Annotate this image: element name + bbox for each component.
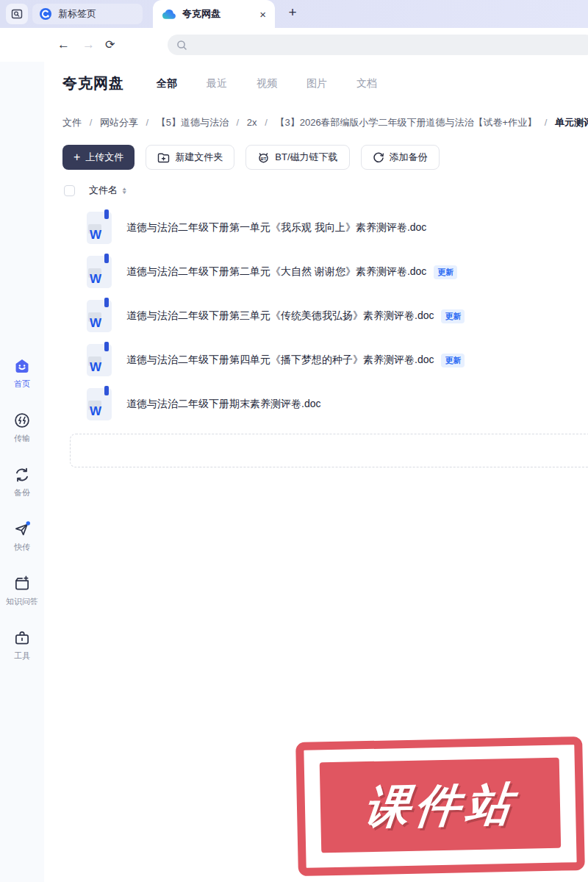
search-icon: [176, 40, 187, 51]
bt-magnet-icon: BT: [257, 151, 270, 163]
sort-toggle[interactable]: ▲ ▼: [122, 187, 126, 194]
sidebar-item-label: 首页: [0, 379, 44, 390]
breadcrumb: 文件 / 网站分享 / 【5】道德与法治 / 2x / 【3】2026春部编版小…: [62, 116, 588, 129]
update-badge: 更新: [441, 309, 465, 323]
breadcrumb-item[interactable]: 【5】道德与法治: [157, 117, 229, 128]
tab-all[interactable]: 全部: [157, 77, 177, 90]
sidebar-item-transfer[interactable]: 传输: [0, 411, 44, 444]
word-doc-icon: W: [87, 344, 112, 376]
update-badge: 更新: [441, 354, 465, 368]
file-list-header: 文件名 ▲ ▼: [64, 184, 126, 197]
breadcrumb-item-current: 单元测评卷: [555, 117, 588, 128]
sidebar-item-label: 备份: [0, 487, 44, 498]
breadcrumb-separator: /: [90, 117, 93, 128]
breadcrumb-item[interactable]: 网站分享: [100, 117, 138, 128]
sidebar-item-label: 快传: [0, 542, 44, 553]
svg-text:BT: BT: [261, 157, 267, 161]
new-folder-button[interactable]: 新建文件夹: [146, 145, 234, 170]
action-bar: + 上传文件 新建文件夹 BT BT/磁力链下载 添加备份: [62, 145, 440, 170]
new-folder-label: 新建文件夹: [175, 151, 223, 164]
browser-toolbar: ← → ⟳: [0, 28, 588, 62]
breadcrumb-separator: /: [265, 117, 268, 128]
backup-sync-icon: [0, 465, 44, 484]
add-backup-button[interactable]: 添加备份: [361, 145, 440, 170]
tab-documents[interactable]: 文档: [356, 77, 377, 90]
word-doc-icon: W: [87, 256, 112, 288]
select-all-checkbox[interactable]: [64, 185, 75, 196]
paper-plane-icon: [0, 520, 44, 539]
refresh-icon[interactable]: ⟳: [105, 36, 115, 54]
file-row[interactable]: W 道德与法治二年级下册第四单元《播下梦想的种子》素养测评卷.doc 更新: [62, 338, 588, 382]
tab-label: 新标签页: [58, 7, 96, 21]
tab-videos[interactable]: 视频: [257, 77, 277, 90]
bt-magnet-download-button[interactable]: BT BT/磁力链下载: [245, 145, 349, 170]
plus-icon: +: [74, 151, 80, 164]
upload-file-label: 上传文件: [85, 151, 123, 164]
update-badge: 更新: [434, 265, 457, 279]
file-row[interactable]: W 道德与法治二年级下册期末素养测评卷.doc: [62, 382, 588, 426]
bt-download-label: BT/磁力链下载: [275, 151, 337, 164]
new-tab-button[interactable]: +: [284, 4, 301, 21]
tab-recent[interactable]: 最近: [207, 77, 227, 90]
sidebar-item-label: 传输: [0, 433, 44, 444]
breadcrumb-separator: /: [545, 117, 548, 128]
app-brand-title: 夸克网盘: [62, 74, 124, 93]
word-doc-icon: W: [87, 300, 112, 332]
filename-column-header: 文件名: [89, 184, 118, 197]
upload-file-button[interactable]: + 上传文件: [62, 145, 135, 170]
sidebar-item-home[interactable]: 首页: [0, 356, 44, 390]
app-sidebar: 首页 传输 备份 快传 知识问答 工具: [0, 62, 44, 882]
folder-add-icon: [0, 574, 44, 593]
file-row[interactable]: W 道德与法治二年级下册第三单元《传统美德我弘扬》素养测评卷.doc 更新: [62, 294, 588, 338]
browser-tab-quark-drive[interactable]: 夸克网盘 ×: [153, 0, 275, 28]
forward-icon: →: [82, 36, 95, 54]
main-content: 夸克网盘 全部 最近 视频 图片 文档 文件 / 网站分享 / 【5】道德与法治…: [44, 62, 588, 882]
file-list: W 道德与法治二年级下册第一单元《我乐观 我向上》素养测评卷.doc W 道德与…: [62, 206, 588, 426]
backup-circle-icon: [373, 151, 384, 163]
folder-plus-icon: [157, 152, 170, 163]
back-icon[interactable]: ←: [57, 36, 70, 54]
breadcrumb-item[interactable]: 文件: [62, 117, 82, 128]
sort-desc-icon: ▼: [121, 190, 127, 194]
breadcrumb-separator: /: [146, 117, 149, 128]
word-doc-icon: W: [87, 388, 112, 420]
quark-browser-logo-icon: [40, 8, 51, 20]
breadcrumb-separator: /: [237, 117, 240, 128]
breadcrumb-item[interactable]: 2x: [247, 117, 257, 128]
word-doc-icon: W: [87, 212, 112, 244]
toolbox-icon: [0, 628, 44, 648]
file-name[interactable]: 道德与法治二年级下册期末素养测评卷.doc: [126, 398, 320, 411]
file-name[interactable]: 道德与法治二年级下册第二单元《大自然 谢谢您》素养测评卷.doc: [126, 265, 426, 279]
transfer-icon: [0, 411, 44, 430]
window-search-icon: [11, 8, 23, 20]
browser-tab-newtab[interactable]: 新标签页: [32, 4, 143, 24]
breadcrumb-item[interactable]: 【3】2026春部编版小学二年级下册道德与法治【试卷+作业】: [275, 117, 537, 128]
file-name[interactable]: 道德与法治二年级下册第一单元《我乐观 我向上》素养测评卷.doc: [126, 221, 426, 234]
sidebar-item-quick-send[interactable]: 快传: [0, 520, 44, 553]
address-search-bar[interactable]: [168, 35, 588, 55]
tab-images[interactable]: 图片: [306, 77, 327, 90]
sidebar-item-knowledge-qa[interactable]: 知识问答: [0, 574, 44, 607]
tab-close-icon[interactable]: ×: [259, 9, 266, 20]
sidebar-item-backup[interactable]: 备份: [0, 465, 44, 498]
sidebar-item-tools[interactable]: 工具: [0, 628, 44, 662]
sidebar-item-label: 工具: [0, 650, 44, 662]
tab-label: 夸克网盘: [182, 7, 254, 21]
sidebar-item-label: 知识问答: [0, 596, 44, 607]
browser-tab-bar: 新标签页 夸克网盘 × +: [0, 0, 588, 28]
cloud-drive-logo-icon: [162, 9, 176, 20]
file-name[interactable]: 道德与法治二年级下册第四单元《播下梦想的种子》素养测评卷.doc: [126, 354, 434, 367]
add-backup-label: 添加备份: [390, 151, 428, 164]
file-name[interactable]: 道德与法治二年级下册第三单元《传统美德我弘扬》素养测评卷.doc: [126, 309, 434, 323]
upload-drop-zone[interactable]: [70, 434, 588, 467]
file-row[interactable]: W 道德与法治二年级下册第一单元《我乐观 我向上》素养测评卷.doc: [62, 206, 588, 250]
window-search-button[interactable]: [6, 4, 28, 24]
view-tabs: 全部 最近 视频 图片 文档: [157, 77, 377, 90]
home-icon: [0, 356, 44, 376]
file-row[interactable]: W 道德与法治二年级下册第二单元《大自然 谢谢您》素养测评卷.doc 更新: [62, 250, 588, 294]
